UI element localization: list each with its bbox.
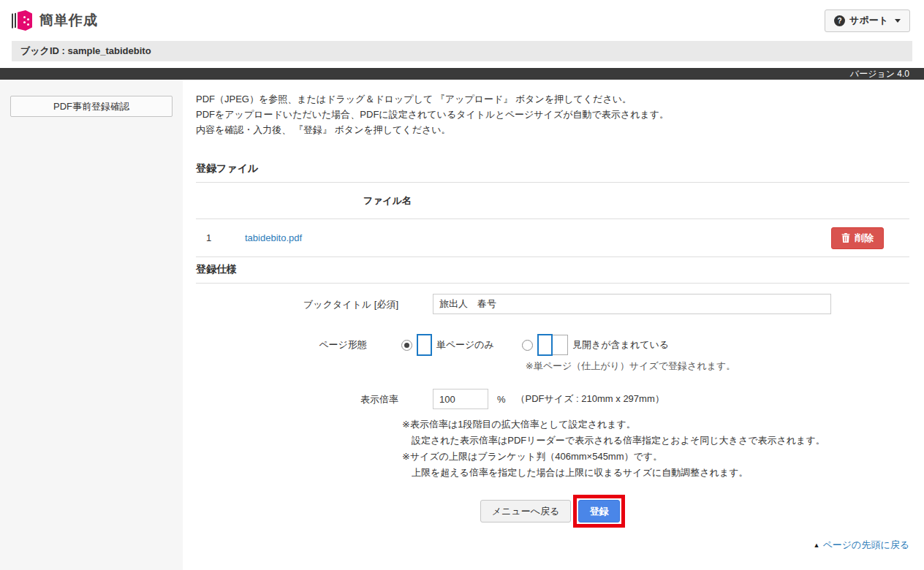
file-name-cell: tabidebito.pdf (234, 232, 541, 243)
file-table-header: ファイル名 (196, 183, 909, 219)
note-line: 上限を超える倍率を指定した場合は上限に収まるサイズに自動調整されます。 (402, 465, 909, 481)
delete-label: 削除 (855, 232, 874, 245)
note-line: 設定された表示倍率はPDFリーダーで表示される倍率指定とおよそ同じ大きさで表示さ… (402, 433, 909, 449)
instruction-line: 内容を確認・入力後、 『登録』 ボタンを押してください。 (196, 122, 909, 137)
spread-note: ※単ページ（仕上がり）サイズで登録されます。 (526, 360, 909, 373)
logo-book-icon (18, 10, 32, 31)
book-id-text: ブックID : sample_tabidebito (20, 45, 151, 58)
app-header: 簡単作成 ? サポート (0, 0, 924, 41)
form-row-page-layout: ページ形態 単ページのみ 見開きが含まれている ※単ページ（仕上がり）サイズで登… (196, 334, 909, 373)
zoom-rate-label: 表示倍率 (196, 389, 398, 406)
page-layout-options: 単ページのみ 見開きが含まれている ※単ページ（仕上がり）サイズで登録されます。 (401, 334, 909, 373)
sidebar: PDF事前登録確認 (0, 80, 183, 570)
register-button[interactable]: 登録 (578, 500, 620, 522)
form-row-book-title: ブックタイトル [必須] (196, 294, 909, 314)
single-page-icon (417, 334, 432, 356)
logo-pages-icon (12, 12, 18, 28)
page-title: 簡単作成 (39, 11, 98, 30)
zoom-rate-unit: % (497, 394, 506, 405)
option-spread-label: 見開きが含まれている (572, 338, 669, 352)
delete-button[interactable]: 削除 (831, 227, 884, 249)
section-heading-spec: 登録仕様 (196, 263, 909, 276)
annotation-highlight-box: 登録 (573, 495, 625, 528)
question-icon: ? (834, 15, 845, 26)
version-label: バージョン 4.0 (850, 68, 909, 80)
instruction-line: PDF（JPEG）を参照、またはドラッグ＆ドロップして 『アップロード』 ボタン… (196, 91, 909, 107)
page: 簡単作成 ? サポート ブックID : sample_tabidebito バー… (0, 0, 924, 570)
divider (196, 283, 909, 284)
zoom-rate-field: % （PDFサイズ : 210mm x 297mm） (433, 389, 664, 409)
support-button[interactable]: ? サポート (825, 10, 910, 32)
triangle-up-icon: ▲ (814, 542, 820, 549)
notes: ※表示倍率は1段階目の拡大倍率として設定されます。 設定された表示倍率はPDFリ… (402, 417, 909, 481)
book-title-label: ブックタイトル [必須] (196, 294, 398, 311)
instructions: PDF（JPEG）を参照、またはドラッグ＆ドロップして 『アップロード』 ボタン… (196, 91, 909, 137)
file-table: ファイル名 1 tabidebito.pdf 削除 (196, 183, 909, 257)
top-link-row: ▲ ページの先頭に戻る (196, 539, 909, 552)
book-title-input[interactable] (433, 294, 831, 314)
book-id-bar: ブックID : sample_tabidebito (12, 41, 912, 61)
pdf-size-text: （PDFサイズ : 210mm x 297mm） (516, 392, 664, 406)
table-row: 1 tabidebito.pdf 削除 (196, 219, 909, 257)
layout: PDF事前登録確認 PDF（JPEG）を参照、またはドラッグ＆ドロップして 『ア… (0, 80, 924, 570)
app-logo-icon (12, 10, 32, 31)
menu-back-button[interactable]: メニューへ戻る (480, 500, 572, 522)
zoom-rate-input[interactable] (433, 389, 488, 409)
option-spread-pages: 見開きが含まれている (522, 334, 669, 356)
option-single-page: 単ページのみ (401, 334, 494, 356)
section-heading-files: 登録ファイル (196, 162, 909, 175)
form-row-zoom-rate: 表示倍率 % （PDFサイズ : 210mm x 297mm） (196, 389, 909, 409)
note-line: ※サイズの上限はブランケット判（406mm×545mm）です。 (402, 449, 909, 465)
back-to-top-label: ページの先頭に戻る (822, 539, 909, 552)
file-link[interactable]: tabidebito.pdf (245, 232, 302, 243)
file-index: 1 (196, 232, 234, 243)
logo-dots-icon (23, 16, 26, 18)
book-title-field (433, 294, 831, 314)
main-content: PDF（JPEG）を参照、またはドラッグ＆ドロップして 『アップロード』 ボタン… (183, 80, 924, 570)
file-actions-cell: 削除 (541, 227, 909, 249)
option-single-label: 単ページのみ (436, 338, 494, 352)
support-label: サポート (849, 14, 888, 27)
action-buttons: メニューへ戻る 登録 (196, 495, 909, 528)
column-header-filename: ファイル名 (234, 194, 541, 208)
back-to-top-link[interactable]: ▲ ページの先頭に戻る (814, 539, 909, 552)
trash-icon (841, 233, 850, 243)
page-layout-label: ページ形態 (196, 334, 367, 352)
sidebar-item-pdf-precheck[interactable]: PDF事前登録確認 (10, 96, 173, 117)
chevron-down-icon (895, 19, 901, 23)
version-bar: バージョン 4.0 (0, 68, 924, 80)
note-line: ※表示倍率は1段階目の拡大倍率として設定されます。 (402, 417, 909, 433)
brand: 簡単作成 (12, 10, 98, 31)
radio-spread-pages[interactable] (522, 340, 533, 351)
radio-single-page[interactable] (401, 340, 412, 351)
spread-pages-icon (537, 334, 568, 356)
instruction-line: PDFをアップロードいただいた場合、PDFに設定されているタイトルとページサイズ… (196, 107, 909, 122)
